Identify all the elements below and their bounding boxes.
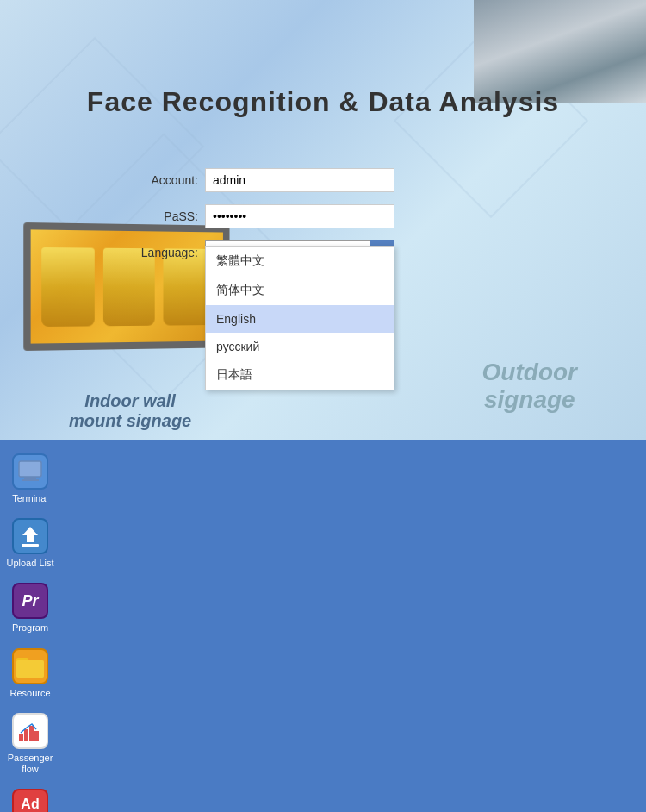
svg-rect-7 (16, 660, 44, 678)
svg-rect-9 (19, 734, 23, 741)
upload-list-label: Upload List (6, 558, 53, 569)
passenger-icon (12, 713, 48, 749)
sidebar: Terminal Upload List Pr Program (0, 440, 60, 812)
terminal-icon (12, 453, 48, 490)
dropdown-item-en[interactable]: English (206, 305, 394, 333)
account-label: Account: (129, 173, 198, 187)
page-title: Face Recognition & Data Analysis (0, 86, 646, 118)
ad-text: Ad (21, 796, 39, 812)
sidebar-item-upload-list[interactable]: Upload List (3, 513, 59, 574)
svg-rect-4 (22, 544, 39, 547)
ad-icon-content: Ad Manage (19, 796, 40, 812)
outdoor-signage-label: Outdoorsignage (482, 359, 577, 414)
password-row: PaSS: (129, 204, 405, 228)
account-input[interactable] (205, 168, 394, 192)
program-label: Program (12, 622, 48, 634)
svg-rect-2 (22, 479, 39, 481)
account-row: Account: (129, 168, 405, 192)
program-icon: Pr (12, 583, 48, 619)
dropdown-item-ja[interactable]: 日本語 (206, 360, 394, 390)
upload-svg (17, 523, 43, 549)
password-label: PaSS: (129, 209, 198, 223)
dropdown-item-zh-cn[interactable]: 简体中文 (206, 276, 394, 305)
chart-svg (16, 717, 45, 745)
upload-icon (12, 518, 48, 554)
svg-rect-12 (34, 731, 39, 741)
svg-rect-10 (24, 729, 28, 741)
main-content-area (60, 440, 646, 812)
language-label: Language: (129, 246, 198, 259)
beer-glass-1 (41, 247, 95, 326)
bottom-section: Terminal Upload List Pr Program (0, 440, 646, 812)
svg-rect-0 (19, 461, 41, 477)
dropdown-item-ru[interactable]: русский (206, 333, 394, 360)
sidebar-item-resource[interactable]: Resource (3, 643, 59, 704)
sidebar-item-ad-management[interactable]: Ad Manage Ad Management (3, 784, 59, 812)
svg-marker-3 (22, 527, 38, 542)
language-dropdown: 繁體中文 简体中文 English русский 日本語 (205, 246, 394, 390)
password-input[interactable] (205, 204, 394, 228)
svg-rect-11 (29, 726, 34, 741)
resource-label: Resource (9, 688, 50, 699)
folder-svg (16, 654, 44, 678)
indoor-signage-label: Indoor wallmount signage (69, 391, 191, 431)
dropdown-item-zh-tw[interactable]: 繁體中文 (206, 247, 394, 276)
terminal-label: Terminal (12, 493, 48, 504)
sidebar-item-terminal[interactable]: Terminal (3, 448, 59, 509)
terminal-svg (17, 459, 43, 484)
top-section: Face Recognition & Data Analysis Indoor … (0, 0, 646, 440)
sidebar-item-passenger-flow[interactable]: Passenger flow (3, 708, 59, 780)
passenger-flow-label: Passenger flow (6, 753, 55, 775)
ad-icon: Ad Manage (12, 789, 48, 812)
pr-text: Pr (22, 592, 38, 610)
sidebar-item-program[interactable]: Pr Program (3, 578, 59, 639)
resource-icon (12, 648, 48, 684)
svg-rect-1 (24, 477, 36, 479)
